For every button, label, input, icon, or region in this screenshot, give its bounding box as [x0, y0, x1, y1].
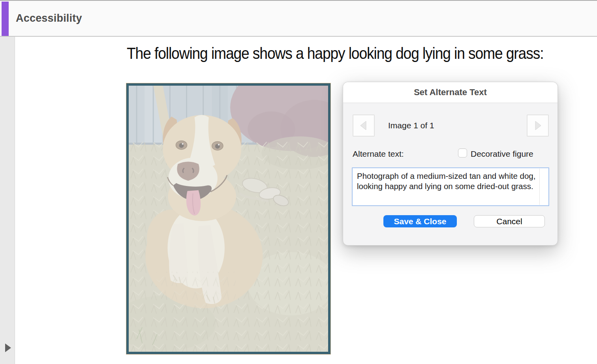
app-window: Accessibility The following image shows … [0, 0, 597, 364]
image-counter-label: Image 1 of 1 [388, 114, 434, 137]
page-title: Accessibility [16, 1, 82, 36]
expand-panel-icon[interactable] [5, 343, 11, 352]
decorative-figure-label: Decorative figure [471, 149, 533, 159]
save-and-close-button[interactable]: Save & Close [383, 215, 457, 227]
previous-image-button[interactable] [353, 114, 375, 137]
document-figure-dog-photo[interactable] [126, 83, 330, 354]
purple-accent-bar [2, 2, 9, 36]
panel-header: Accessibility [0, 0, 597, 37]
left-triangle-icon [359, 120, 369, 131]
next-image-button[interactable] [527, 114, 549, 137]
document-heading: The following image shows a happy lookin… [127, 45, 543, 62]
left-panel-rail [0, 37, 15, 364]
alternate-text-label: Alternate text: [353, 149, 404, 159]
right-triangle-icon [533, 120, 543, 131]
alt-text-field-wrap: Photograph of a medium-sized tan and whi… [352, 167, 549, 206]
dialog-title: Set Alternate Text [343, 82, 558, 103]
dog-photo-illustration [129, 86, 328, 352]
highlight-overlay [129, 86, 328, 352]
cancel-button[interactable]: Cancel [474, 215, 545, 227]
alt-text-input[interactable]: Photograph of a medium-sized tan and whi… [352, 167, 549, 206]
set-alternate-text-dialog: Set Alternate Text Image 1 of 1 Alternat… [343, 82, 558, 246]
decorative-figure-checkbox[interactable] [458, 148, 467, 158]
